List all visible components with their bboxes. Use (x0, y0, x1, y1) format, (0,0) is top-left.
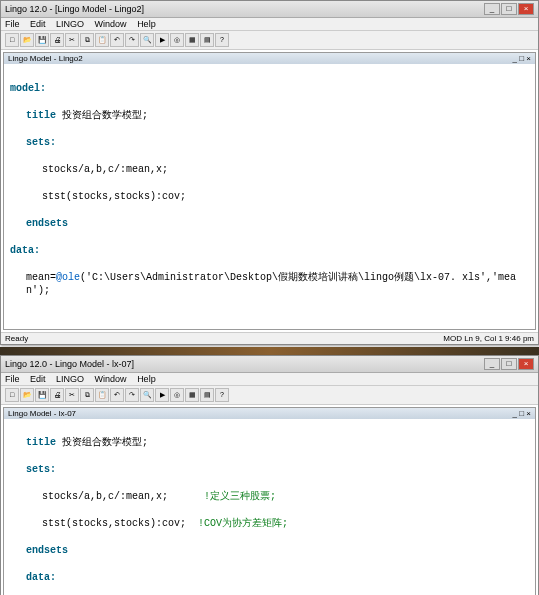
menu-file[interactable]: File (5, 374, 20, 384)
inner-titlebar[interactable]: Lingo Model - lx-07 _ □ × (4, 408, 535, 419)
comment: !定义三种股票; (204, 491, 276, 502)
tool-redo-icon[interactable]: ↷ (125, 388, 139, 402)
code-text: mean= (26, 272, 56, 283)
fn-ole: @ole (56, 272, 80, 283)
toolbar: □ 📂 💾 🖨 ✂ ⧉ 📋 ↶ ↷ 🔍 ▶ ◎ ▦ ▤ ? (1, 31, 538, 50)
tool-open-icon[interactable]: 📂 (20, 388, 34, 402)
comment: !COV为协方差矩阵; (198, 518, 288, 529)
kw-sets: sets: (26, 137, 56, 148)
menubar: File Edit LINGO Window Help (1, 373, 538, 386)
menu-window[interactable]: Window (95, 19, 127, 29)
minimize-button[interactable]: _ (484, 358, 500, 370)
tool-help-icon[interactable]: ? (215, 388, 229, 402)
toolbar: □ 📂 💾 🖨 ✂ ⧉ 📋 ↶ ↷ 🔍 ▶ ◎ ▦ ▤ ? (1, 386, 538, 405)
tool-undo-icon[interactable]: ↶ (110, 388, 124, 402)
titlebar[interactable]: Lingo 12.0 - [Lingo Model - Lingo2] _ □ … (1, 1, 538, 18)
kw-title: title (26, 110, 56, 121)
tool-redo-icon[interactable]: ↷ (125, 33, 139, 47)
menu-edit[interactable]: Edit (30, 374, 46, 384)
close-button[interactable]: × (518, 358, 534, 370)
window-controls: _ □ × (484, 3, 534, 15)
code-line: stocks/a,b,c/:mean,x; (42, 491, 168, 502)
text: 投资组合数学模型; (62, 110, 148, 121)
maximize-button[interactable]: □ (501, 3, 517, 15)
minimize-button[interactable]: _ (484, 3, 500, 15)
maximize-button[interactable]: □ (501, 358, 517, 370)
menu-help[interactable]: Help (137, 374, 156, 384)
menu-window[interactable]: Window (95, 374, 127, 384)
tool-find-icon[interactable]: 🔍 (140, 388, 154, 402)
inner-title-text: Lingo Model - lx-07 (8, 409, 76, 418)
titlebar[interactable]: Lingo 12.0 - Lingo Model - lx-07] _ □ × (1, 356, 538, 373)
menubar: File Edit LINGO Window Help (1, 18, 538, 31)
inner-window: Lingo Model - Lingo2 _ □ × model: title … (3, 52, 536, 330)
inner-controls: _ □ × (513, 54, 531, 63)
window-top: Lingo 12.0 - [Lingo Model - Lingo2] _ □ … (0, 0, 539, 345)
text: 投资组合数学模型; (62, 437, 148, 448)
window-title: Lingo 12.0 - Lingo Model - lx-07] (5, 359, 134, 369)
kw-data: data: (26, 572, 56, 583)
tool-new-icon[interactable]: □ (5, 33, 19, 47)
separator (0, 347, 539, 355)
tool-find-icon[interactable]: 🔍 (140, 33, 154, 47)
tool-print-icon[interactable]: 🖨 (50, 388, 64, 402)
tool-chart-icon[interactable]: ▤ (200, 33, 214, 47)
inner-controls: _ □ × (513, 409, 531, 418)
menu-edit[interactable]: Edit (30, 19, 46, 29)
tool-help-icon[interactable]: ? (215, 33, 229, 47)
kw-data: data: (10, 245, 40, 256)
tool-new-icon[interactable]: □ (5, 388, 19, 402)
tool-target-icon[interactable]: ◎ (170, 388, 184, 402)
tool-grid-icon[interactable]: ▦ (185, 33, 199, 47)
tool-target-icon[interactable]: ◎ (170, 33, 184, 47)
tool-chart-icon[interactable]: ▤ (200, 388, 214, 402)
code-text: ('C:\Users\Administrator\Desktop\假期数模培训讲… (26, 272, 516, 297)
tool-copy-icon[interactable]: ⧉ (80, 388, 94, 402)
code-line: stst(stocks,stocks):cov; (42, 518, 186, 529)
inner-window: Lingo Model - lx-07 _ □ × title 投资组合数学模型… (3, 407, 536, 596)
code-editor-1[interactable]: model: title 投资组合数学模型; sets: stocks/a,b,… (4, 64, 535, 329)
inner-title-text: Lingo Model - Lingo2 (8, 54, 83, 63)
inner-titlebar[interactable]: Lingo Model - Lingo2 _ □ × (4, 53, 535, 64)
code-line: stst(stocks,stocks):cov; (42, 191, 186, 202)
menu-lingo[interactable]: LINGO (56, 374, 84, 384)
kw-endsets: endsets (26, 545, 68, 556)
tool-cut-icon[interactable]: ✂ (65, 33, 79, 47)
kw-endsets: endsets (26, 218, 68, 229)
tool-save-icon[interactable]: 💾 (35, 33, 49, 47)
window-title: Lingo 12.0 - [Lingo Model - Lingo2] (5, 4, 144, 14)
menu-file[interactable]: File (5, 19, 20, 29)
menu-help[interactable]: Help (137, 19, 156, 29)
tool-copy-icon[interactable]: ⧉ (80, 33, 94, 47)
tool-grid-icon[interactable]: ▦ (185, 388, 199, 402)
tool-paste-icon[interactable]: 📋 (95, 33, 109, 47)
tool-run-icon[interactable]: ▶ (155, 33, 169, 47)
statusbar: Ready MOD Ln 9, Col 1 9:46 pm (1, 332, 538, 344)
status-left: Ready (5, 334, 28, 343)
window-controls: _ □ × (484, 358, 534, 370)
tool-open-icon[interactable]: 📂 (20, 33, 34, 47)
window-bottom: Lingo 12.0 - Lingo Model - lx-07] _ □ × … (0, 355, 539, 596)
close-button[interactable]: × (518, 3, 534, 15)
status-right: MOD Ln 9, Col 1 9:46 pm (443, 334, 534, 343)
tool-paste-icon[interactable]: 📋 (95, 388, 109, 402)
tool-print-icon[interactable]: 🖨 (50, 33, 64, 47)
kw-model: model: (10, 83, 46, 94)
kw-title: title (26, 437, 56, 448)
tool-save-icon[interactable]: 💾 (35, 388, 49, 402)
tool-cut-icon[interactable]: ✂ (65, 388, 79, 402)
kw-sets: sets: (26, 464, 56, 475)
tool-undo-icon[interactable]: ↶ (110, 33, 124, 47)
code-editor-2[interactable]: title 投资组合数学模型; sets: stocks/a,b,c/:mean… (4, 419, 535, 596)
tool-run-icon[interactable]: ▶ (155, 388, 169, 402)
code-line: stocks/a,b,c/:mean,x; (42, 164, 168, 175)
menu-lingo[interactable]: LINGO (56, 19, 84, 29)
